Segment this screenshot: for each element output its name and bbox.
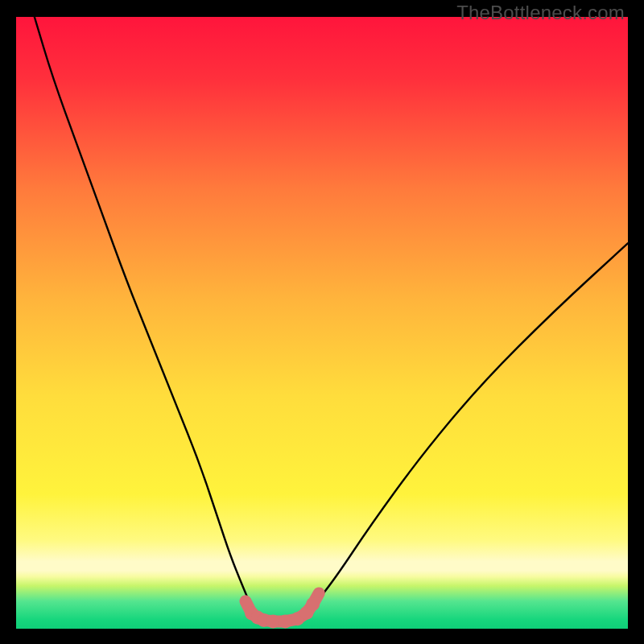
marker-dot bbox=[266, 614, 280, 628]
watermark-text: TheBottleneck.com bbox=[456, 2, 625, 24]
marker-dot bbox=[314, 588, 324, 598]
gradient-background bbox=[16, 17, 628, 629]
bottleneck-chart bbox=[16, 17, 628, 629]
marker-dot bbox=[279, 614, 292, 628]
chart-frame bbox=[16, 17, 628, 629]
marker-dot bbox=[306, 597, 320, 611]
marker-dot bbox=[241, 597, 250, 606]
